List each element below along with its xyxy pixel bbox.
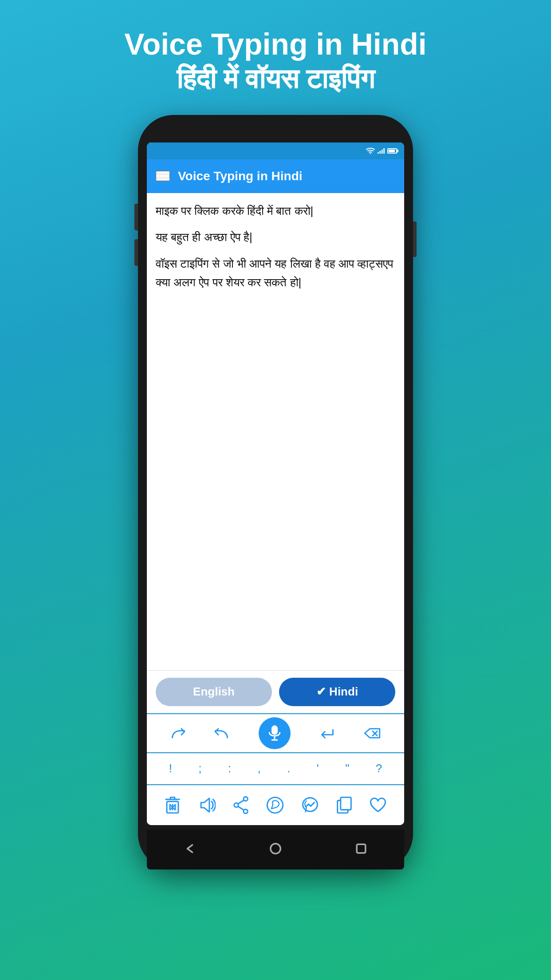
volume-button-2 bbox=[134, 239, 138, 266]
trash-icon bbox=[165, 796, 181, 814]
svg-line-21 bbox=[238, 806, 244, 810]
heart-button[interactable] bbox=[370, 797, 386, 813]
symbols-row: ! ; : , . ' " ? bbox=[147, 753, 404, 785]
copy-icon bbox=[336, 796, 352, 814]
symbol-exclaim[interactable]: ! bbox=[165, 760, 176, 777]
backspace-button[interactable] bbox=[364, 727, 381, 740]
page-title-english: Voice Typing in Hindi bbox=[124, 27, 426, 61]
svg-point-26 bbox=[271, 844, 280, 854]
messenger-button[interactable] bbox=[301, 796, 319, 814]
action-row bbox=[147, 785, 404, 825]
content-line-2: यह बहुत ही अच्छा ऐप है| bbox=[156, 228, 395, 247]
heart-icon bbox=[370, 797, 386, 813]
undo-button[interactable] bbox=[214, 727, 229, 740]
volume-button bbox=[134, 204, 138, 230]
svg-rect-4 bbox=[383, 148, 385, 154]
svg-point-22 bbox=[267, 797, 283, 813]
speaker-icon bbox=[198, 797, 216, 813]
backspace-icon bbox=[364, 727, 381, 740]
svg-point-0 bbox=[370, 153, 371, 154]
whatsapp-icon bbox=[266, 796, 284, 814]
phone-mockup: Voice Typing in Hindi माइक पर क्लिक करके… bbox=[138, 115, 413, 869]
messenger-icon bbox=[301, 796, 319, 814]
home-icon bbox=[269, 842, 282, 855]
share-icon bbox=[233, 796, 249, 814]
undo-icon bbox=[214, 727, 229, 740]
phone-body: Voice Typing in Hindi माइक पर क्लिक करके… bbox=[138, 115, 413, 869]
page-title-hindi: हिंदी में वॉयस टाइपिंग bbox=[124, 61, 426, 97]
content-area: माइक पर क्लिक करके हिंदी में बात करो| यह… bbox=[147, 193, 404, 670]
wifi-icon bbox=[366, 148, 375, 154]
svg-rect-1 bbox=[378, 152, 379, 154]
redo-icon bbox=[170, 727, 185, 740]
app-title: Voice Typing in Hindi bbox=[178, 169, 303, 183]
battery-icon bbox=[387, 148, 397, 154]
symbol-period[interactable]: . bbox=[283, 760, 294, 777]
svg-rect-2 bbox=[379, 151, 381, 154]
svg-line-20 bbox=[238, 800, 244, 803]
symbol-question[interactable]: ? bbox=[372, 760, 386, 777]
nav-recent-button[interactable] bbox=[355, 842, 367, 856]
share-button[interactable] bbox=[233, 796, 249, 814]
enter-button[interactable] bbox=[320, 727, 335, 740]
symbol-comma[interactable]: , bbox=[254, 760, 264, 777]
power-button bbox=[413, 221, 417, 257]
mic-button[interactable] bbox=[259, 717, 291, 749]
symbol-colon[interactable]: : bbox=[224, 760, 235, 777]
language-buttons: English ✔ Hindi bbox=[147, 670, 404, 713]
content-line-3: वॉइस टाइपिंग से जो भी आपने यह लिखा है वह… bbox=[156, 255, 395, 292]
symbol-semicolon[interactable]: ; bbox=[195, 760, 205, 777]
svg-rect-27 bbox=[357, 844, 366, 853]
status-icons bbox=[366, 148, 397, 154]
delete-button[interactable] bbox=[165, 796, 181, 814]
signal-icon bbox=[378, 148, 385, 154]
speaker-button[interactable] bbox=[198, 797, 216, 813]
symbol-quote[interactable]: " bbox=[342, 760, 353, 777]
recent-icon bbox=[355, 842, 367, 855]
copy-button[interactable] bbox=[336, 796, 352, 814]
svg-rect-25 bbox=[341, 797, 351, 810]
content-text: माइक पर क्लिक करके हिंदी में बात करो| यह… bbox=[156, 202, 395, 292]
content-line-1: माइक पर क्लिक करके हिंदी में बात करो| bbox=[156, 202, 395, 221]
svg-rect-3 bbox=[382, 150, 383, 154]
back-icon bbox=[184, 842, 196, 855]
nav-home-button[interactable] bbox=[269, 842, 282, 856]
keyboard-toolbar bbox=[147, 713, 404, 753]
status-bar bbox=[147, 142, 404, 159]
hindi-button[interactable]: ✔ Hindi bbox=[279, 678, 395, 706]
redo-button[interactable] bbox=[170, 727, 185, 740]
phone-navigation bbox=[147, 830, 404, 869]
whatsapp-button[interactable] bbox=[266, 796, 284, 814]
nav-back-button[interactable] bbox=[184, 842, 196, 856]
mic-icon bbox=[267, 724, 283, 742]
symbol-apostrophe[interactable]: ' bbox=[313, 760, 323, 777]
app-bar: Voice Typing in Hindi bbox=[147, 159, 404, 193]
phone-screen: Voice Typing in Hindi माइक पर क्लिक करके… bbox=[147, 142, 404, 825]
svg-rect-5 bbox=[272, 725, 278, 735]
page-header: Voice Typing in Hindi हिंदी में वॉयस टाइ… bbox=[106, 0, 444, 111]
menu-button[interactable] bbox=[156, 171, 170, 181]
enter-icon bbox=[320, 727, 335, 740]
english-button[interactable]: English bbox=[156, 678, 272, 706]
